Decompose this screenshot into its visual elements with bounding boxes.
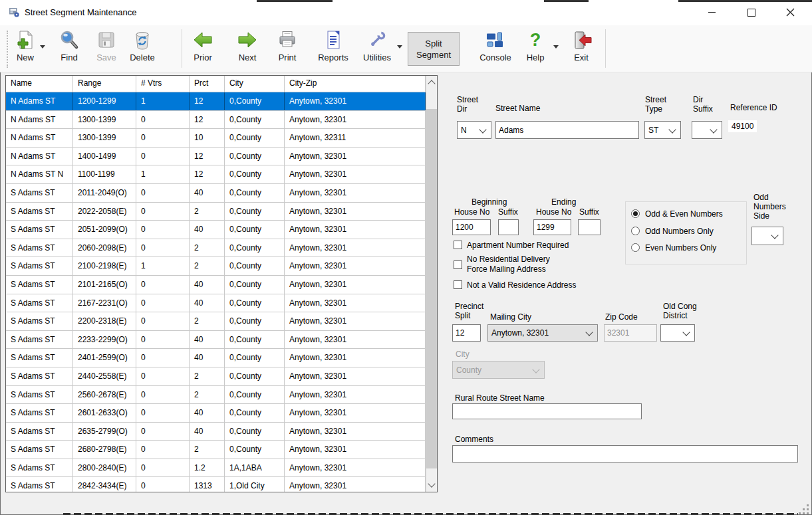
grid-cell[interactable]: 0,County <box>225 404 285 422</box>
grid-cell[interactable]: Anytown, 32301 <box>285 459 426 477</box>
old-cong-district-select[interactable] <box>660 324 695 342</box>
grid-cell[interactable]: 0,County <box>225 257 285 275</box>
grid-cell[interactable]: 2 <box>190 441 225 459</box>
grid-cell[interactable]: 12 <box>190 165 225 183</box>
grid-cell[interactable]: N Adams ST N <box>6 165 73 183</box>
grid-cell[interactable]: 0,County <box>225 165 285 183</box>
grid-row[interactable]: S Adams ST2051-2099(O)0400,CountyAnytown… <box>6 221 437 239</box>
utilities-button[interactable]: Utilities <box>359 29 395 62</box>
find-button[interactable]: Find <box>53 29 85 62</box>
grid-row[interactable]: S Adams ST2635-2799(O)0400,CountyAnytown… <box>6 423 437 441</box>
console-button[interactable]: Console <box>477 29 513 62</box>
grid-cell[interactable]: 2 <box>190 239 225 257</box>
grid-cell[interactable]: 0,County <box>225 423 285 441</box>
odd-numbers-only-radio[interactable] <box>631 227 640 235</box>
minimize-button[interactable] <box>696 0 727 25</box>
grid-cell[interactable]: 0,County <box>225 367 285 385</box>
grid-cell[interactable]: 2100-2198(E) <box>73 257 136 275</box>
delete-button[interactable]: Delete <box>125 29 160 62</box>
grid-cell[interactable]: 0 <box>136 111 190 129</box>
grid-cell[interactable]: S Adams ST <box>6 423 73 441</box>
grid-cell[interactable]: 2167-2231(O) <box>73 294 136 312</box>
help-button[interactable]: ? Help <box>519 29 551 62</box>
exit-button[interactable]: Exit <box>565 29 597 62</box>
grid-cell[interactable]: Anytown, 32301 <box>285 257 426 275</box>
grid-row[interactable]: S Adams ST2842-3434(E)013131,Old CityAny… <box>6 477 437 492</box>
no-residential-delivery-checkbox[interactable] <box>454 260 462 269</box>
grid-row[interactable]: N Adams ST1400-14990120,CountyAnytown, 3… <box>6 148 437 166</box>
grid-cell[interactable]: 40 <box>190 294 225 312</box>
grid-row[interactable]: S Adams ST2200-2318(E)020,CountyAnytown,… <box>6 312 437 331</box>
column-header-city-zip[interactable]: City-Zip <box>285 76 426 92</box>
grid-cell[interactable]: 0 <box>136 203 190 221</box>
beginning-suffix-input[interactable] <box>498 219 519 235</box>
grid-cell[interactable]: 2560-2678(E) <box>73 386 136 404</box>
precinct-split-input[interactable] <box>452 324 481 342</box>
help-dropdown-arrow-icon[interactable] <box>553 45 559 49</box>
grid-cell[interactable]: 2200-2318(E) <box>73 312 136 330</box>
even-numbers-only-radio[interactable] <box>631 243 640 252</box>
grid-cell[interactable]: Anytown, 32301 <box>285 294 426 312</box>
grid-cell[interactable]: 0,County <box>225 276 285 294</box>
grid-cell[interactable]: S Adams ST <box>6 441 73 459</box>
grid-cell[interactable]: 1200-1299 <box>73 92 136 110</box>
grid-cell[interactable]: Anytown, 32301 <box>285 404 426 422</box>
column-header-range[interactable]: Range <box>73 76 136 92</box>
grid-cell[interactable]: 2800-2840(E) <box>73 459 136 477</box>
grid-cell[interactable]: 0,County <box>225 312 285 330</box>
grid-cell[interactable]: Anytown, 32301 <box>285 312 426 330</box>
grid-cell[interactable]: Anytown, 32301 <box>285 111 426 129</box>
grid-cell[interactable]: S Adams ST <box>6 404 73 422</box>
grid-cell[interactable]: 2 <box>190 312 225 330</box>
grid-cell[interactable]: 1300-1399 <box>73 111 136 129</box>
grid-cell[interactable]: 10 <box>190 129 225 147</box>
grid-cell[interactable]: 0 <box>136 331 190 349</box>
close-button[interactable] <box>775 0 805 25</box>
grid-cell[interactable]: Anytown, 32301 <box>285 203 426 221</box>
apartment-number-required-checkbox[interactable] <box>454 241 462 249</box>
grid-cell[interactable]: 40 <box>190 184 225 202</box>
grid-cell[interactable]: 2635-2799(O) <box>73 423 136 441</box>
grid-cell[interactable]: 2 <box>190 257 225 275</box>
grid-cell[interactable]: 0 <box>136 276 190 294</box>
grid-cell[interactable]: 0,County <box>225 294 285 312</box>
grid-row[interactable]: S Adams ST2680-2798(E)020,CountyAnytown,… <box>6 441 437 459</box>
grid-cell[interactable]: Anytown, 32301 <box>285 349 426 367</box>
grid-cell[interactable]: 0 <box>136 477 190 492</box>
grid-row[interactable]: N Adams ST1300-13990120,CountyAnytown, 3… <box>6 111 437 130</box>
grid-cell[interactable]: S Adams ST <box>6 367 73 385</box>
odd-numbers-side-select[interactable] <box>751 227 783 245</box>
grid-cell[interactable]: S Adams ST <box>6 184 73 202</box>
grid-cell[interactable]: 0,County <box>225 331 285 349</box>
split-segment-button[interactable]: Split Segment <box>408 32 460 66</box>
column-header-name[interactable]: Name <box>6 76 73 92</box>
next-button[interactable]: Next <box>231 29 263 62</box>
new-dropdown-arrow-icon[interactable] <box>40 45 45 49</box>
grid-cell[interactable]: 2060-2098(E) <box>73 239 136 257</box>
grid-cell[interactable]: S Adams ST <box>6 312 73 330</box>
ending-house-no-input[interactable] <box>533 219 571 235</box>
street-dir-select[interactable]: N <box>457 121 491 139</box>
grid-cell[interactable]: S Adams ST <box>6 203 73 221</box>
grid-cell[interactable]: Anytown, 32301 <box>285 92 426 110</box>
grid-row[interactable]: S Adams ST2233-2299(O)0400,CountyAnytown… <box>6 331 437 350</box>
grid-row[interactable]: N Adams ST1300-13990100,CountyAnytown, 3… <box>6 129 437 148</box>
grid-cell[interactable]: 0 <box>136 184 190 202</box>
grid-cell[interactable]: 0,County <box>225 111 285 129</box>
grid-cell[interactable]: 40 <box>190 423 225 441</box>
grid-cell[interactable]: Anytown, 32301 <box>285 441 426 459</box>
grid-cell[interactable]: S Adams ST <box>6 477 73 492</box>
grid-cell[interactable]: Anytown, 32301 <box>285 386 426 404</box>
grid-cell[interactable]: 0 <box>136 459 190 477</box>
grid-row[interactable]: S Adams ST2022-2058(E)020,CountyAnytown,… <box>6 203 437 221</box>
scrollbar-thumb[interactable] <box>426 109 437 468</box>
grid-row[interactable]: S Adams ST2101-2165(O)0400,CountyAnytown… <box>6 276 437 294</box>
grid-cell[interactable]: N Adams ST <box>6 92 73 110</box>
grid-cell[interactable]: 2022-2058(E) <box>73 203 136 221</box>
grid-cell[interactable]: S Adams ST <box>6 349 73 367</box>
grid-cell[interactable]: Anytown, 32301 <box>285 148 426 165</box>
scroll-up-icon[interactable] <box>428 80 435 87</box>
grid-cell[interactable]: 40 <box>190 276 225 294</box>
grid-cell[interactable]: 1 <box>136 257 190 275</box>
grid-row[interactable]: S Adams ST2601-2633(O)0400,CountyAnytown… <box>6 404 437 423</box>
